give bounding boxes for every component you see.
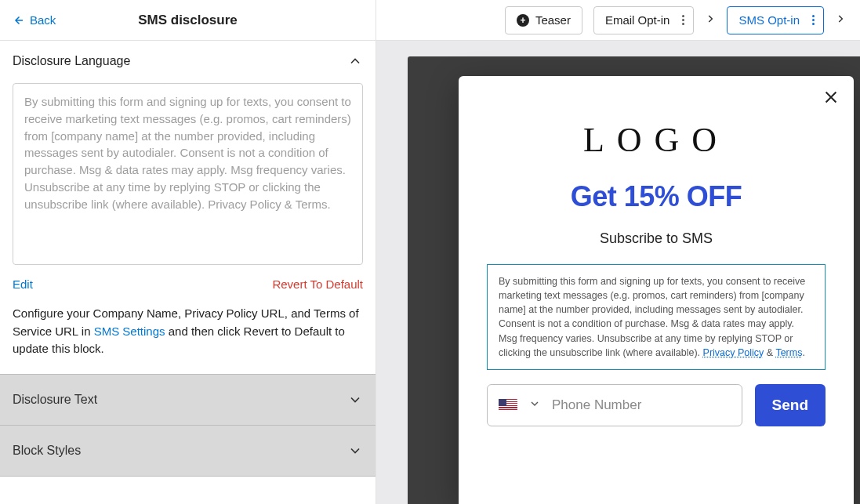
disclosure-textarea[interactable] [13, 83, 363, 265]
edit-link[interactable]: Edit [13, 277, 33, 291]
period: . [802, 347, 804, 358]
send-button[interactable]: Send [755, 384, 826, 426]
popup-disclosure-box[interactable]: By submitting this form and signing up f… [487, 264, 826, 370]
preview-panel: + Teaser Email Opt-in SMS Opt-in LOGO [376, 0, 860, 504]
sms-settings-link[interactable]: SMS Settings [94, 325, 165, 338]
section-title: Disclosure Text [13, 393, 97, 407]
chevron-down-icon [347, 392, 363, 408]
section-toggle-disclosure-text[interactable]: Disclosure Text [0, 374, 376, 425]
step-label: Email Opt-in [605, 13, 670, 27]
page-title: SMS disclosure [0, 13, 376, 28]
settings-body: Disclosure Language Edit Revert To Defau… [0, 41, 376, 504]
settings-header: Back SMS disclosure [0, 0, 376, 41]
back-label: Back [30, 13, 56, 27]
step-label: SMS Opt-in [738, 13, 800, 27]
section-title: Block Styles [13, 444, 81, 458]
arrow-left-icon [11, 13, 25, 27]
revert-to-default-link[interactable]: Revert To Default [272, 277, 363, 291]
chevron-up-icon [347, 53, 363, 69]
privacy-policy-link[interactable]: Privacy Policy [703, 347, 764, 358]
step-sms-optin-button[interactable]: SMS Opt-in [727, 6, 824, 34]
back-button[interactable]: Back [11, 13, 56, 27]
close-icon [822, 89, 840, 106]
section-toggle-block-styles[interactable]: Block Styles [0, 425, 376, 477]
disclosure-text: By submitting this form and signing up f… [499, 276, 805, 358]
chevron-down-icon [347, 443, 363, 459]
flag-us-icon [499, 399, 517, 412]
ampersand: & [764, 347, 775, 358]
step-email-optin-button[interactable]: Email Opt-in [593, 6, 695, 34]
kebab-icon[interactable] [807, 15, 812, 25]
terms-link[interactable]: Terms [775, 347, 802, 358]
close-button[interactable] [822, 89, 840, 109]
phone-placeholder: Phone Number [552, 397, 731, 413]
settings-panel: Back SMS disclosure Disclosure Language … [0, 0, 376, 504]
plus-circle-icon: + [517, 14, 529, 27]
chevron-right-icon [705, 12, 716, 28]
popup-subhead: Subscribe to SMS [600, 230, 713, 247]
kebab-icon[interactable] [677, 15, 682, 25]
popup-logo: LOGO [583, 120, 729, 160]
preview-canvas: LOGO Get 15% OFF Subscribe to SMS By sub… [376, 41, 860, 504]
section-disclosure-language: Disclosure Language Edit Revert To Defau… [0, 41, 376, 374]
chevron-down-icon[interactable] [528, 397, 541, 413]
step-label: Teaser [535, 13, 571, 27]
phone-input[interactable]: Phone Number [487, 384, 742, 426]
section-toggle-disclosure-language[interactable]: Disclosure Language [13, 53, 363, 69]
helper-text: Configure your Company Name, Privacy Pol… [13, 305, 363, 358]
chevron-right-icon [835, 12, 846, 28]
section-title: Disclosure Language [13, 54, 130, 68]
step-teaser-button[interactable]: + Teaser [505, 6, 582, 34]
popup-headline: Get 15% OFF [571, 180, 742, 213]
popup-preview: LOGO Get 15% OFF Subscribe to SMS By sub… [459, 76, 854, 504]
form-stepper: + Teaser Email Opt-in SMS Opt-in [376, 0, 860, 41]
